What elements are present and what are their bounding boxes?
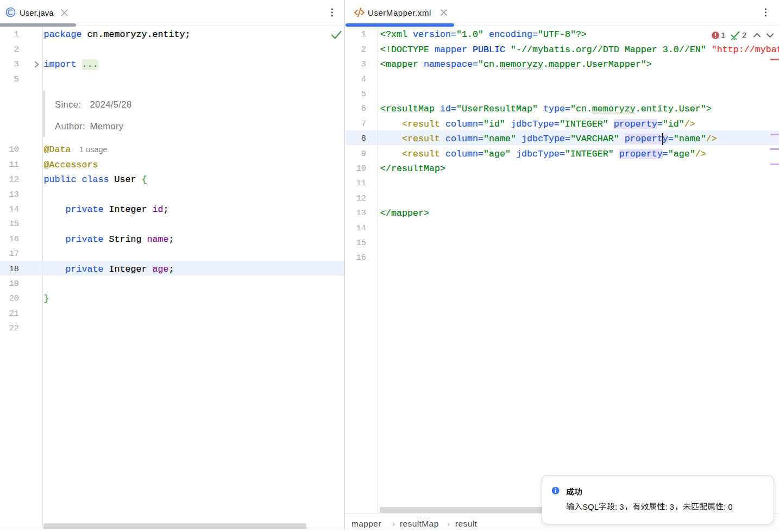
svg-text:SQL: SQL [582,502,599,511]
svg-text:: 3: : 3 [665,502,675,511]
svg-text:: 0: : 0 [724,502,733,511]
svg-text:: 3: : 3 [615,502,624,511]
